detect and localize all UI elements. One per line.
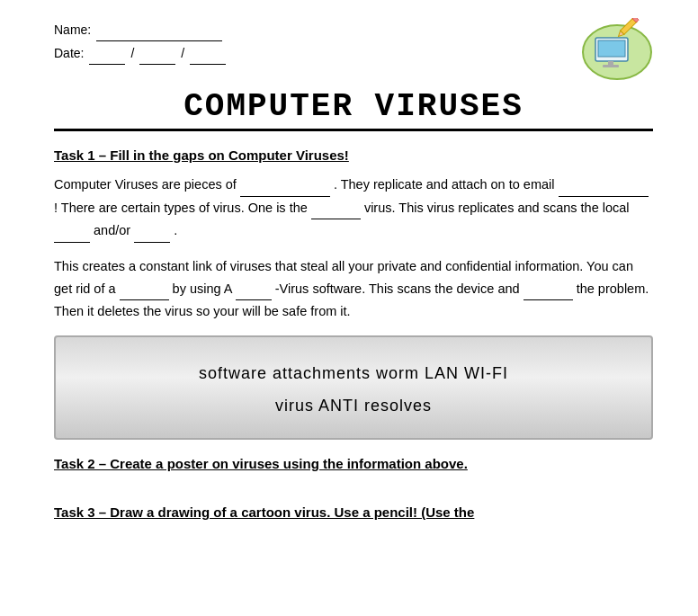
svg-rect-3 bbox=[608, 61, 613, 65]
blank-lan[interactable] bbox=[54, 219, 90, 243]
blank-software[interactable] bbox=[240, 174, 330, 197]
svg-rect-4 bbox=[603, 65, 619, 67]
para1-text3: ! There are certain types of virus. One … bbox=[54, 201, 308, 215]
blank-email[interactable] bbox=[559, 174, 649, 197]
word-box-row1: software attachments worm LAN WI-FI bbox=[74, 357, 633, 389]
date-sep2: / bbox=[181, 42, 184, 65]
date-field-1[interactable] bbox=[89, 41, 125, 65]
date-sep1: / bbox=[130, 42, 134, 65]
name-field[interactable] bbox=[96, 18, 222, 41]
date-line: Date: / / bbox=[54, 41, 226, 65]
para1-text1: Computer Viruses are pieces of bbox=[54, 177, 237, 192]
date-field-2[interactable] bbox=[139, 41, 175, 65]
task1-heading: Task 1 – Fill in the gaps on Computer Vi… bbox=[54, 147, 653, 163]
name-date-block: Name: Date: / / bbox=[54, 18, 226, 65]
blank-wifi[interactable] bbox=[134, 219, 170, 243]
para1-text2: . They replicate and attach on to email bbox=[334, 177, 555, 192]
word-box-row2: virus ANTI resolves bbox=[74, 389, 633, 422]
main-title: COMPUTER VIRUSES bbox=[54, 88, 653, 131]
para1-text4: virus. This virus replicates and scans t… bbox=[364, 201, 630, 215]
header-section: Name: Date: / / bbox=[54, 18, 653, 81]
date-field-3[interactable] bbox=[190, 41, 226, 65]
word-box: software attachments worm LAN WI-FI viru… bbox=[54, 335, 653, 440]
computer-icon bbox=[581, 18, 653, 81]
blank-virus2[interactable] bbox=[120, 278, 169, 301]
task3-heading: Task 3 – Draw a drawing of a cartoon vir… bbox=[54, 504, 653, 520]
para2-text2: by using A bbox=[173, 281, 232, 296]
blank-virus-type[interactable] bbox=[311, 197, 361, 220]
task2-heading: Task 2 – Create a poster on viruses usin… bbox=[54, 456, 653, 471]
name-line: Name: bbox=[54, 18, 226, 41]
para1-end: . bbox=[174, 223, 177, 237]
para2-text3: -Virus software. This scans the device a… bbox=[275, 281, 520, 296]
blank-anti[interactable] bbox=[236, 278, 272, 301]
para1-text5: and/or bbox=[94, 223, 130, 237]
blank-resolves[interactable] bbox=[524, 278, 573, 301]
task1-paragraph2: This creates a constant link of viruses … bbox=[54, 255, 653, 323]
svg-rect-2 bbox=[598, 40, 625, 57]
task1-paragraph1: Computer Viruses are pieces of . They re… bbox=[54, 174, 653, 243]
name-label: Name: bbox=[54, 19, 91, 41]
date-label: Date: bbox=[54, 42, 84, 65]
